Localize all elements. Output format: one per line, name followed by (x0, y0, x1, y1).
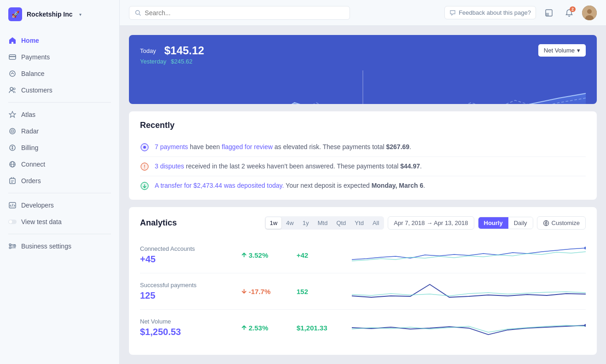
connect-icon (8, 160, 17, 168)
period-tab-1w[interactable]: 1w (266, 217, 282, 229)
feedback-button[interactable]: Feedback about this page? (444, 6, 536, 19)
granularity-daily[interactable]: Daily (508, 217, 533, 229)
customize-icon (543, 220, 549, 226)
svg-point-42 (545, 222, 547, 224)
nav-divider-1 (8, 102, 111, 103)
flagged-payments-link[interactable]: 7 payments (155, 143, 188, 150)
period-tab-ytd[interactable]: Ytd (350, 217, 368, 229)
sidebar-item-atlas[interactable]: Atlas (0, 106, 119, 123)
net-volume-chart (352, 316, 586, 339)
analytics-row-net-volume: Net Volume $1,250.53 2.53% $1,201.33 (140, 310, 586, 346)
transfer-text: A transfer for $2,473.44 was deposited t… (155, 181, 425, 191)
successful-payments-chart (352, 280, 586, 303)
svg-point-17 (9, 220, 12, 224)
period-tab-all[interactable]: All (368, 217, 383, 229)
volume-title-section: Today $145.12 Yesterday $245.62 (140, 44, 204, 65)
disputes-link[interactable]: 3 disputes (155, 162, 184, 170)
chevron-down-icon: ▾ (577, 47, 580, 54)
successful-payments-col: Successful payments 125 (140, 282, 241, 301)
sidebar-billing-label: Billing (21, 144, 38, 151)
sidebar-business-settings-label: Business settings (21, 243, 71, 250)
disputes-icon: ! (140, 162, 149, 171)
granularity-hourly[interactable]: Hourly (478, 217, 508, 229)
sidebar-item-orders[interactable]: Orders (0, 173, 119, 189)
connected-accounts-chart (352, 243, 586, 266)
successful-payments-prev-col: 152 (297, 288, 352, 295)
period-tab-mtd[interactable]: Mtd (314, 217, 332, 229)
period-tab-qtd[interactable]: Qtd (332, 217, 350, 229)
period-tab-1y[interactable]: 1y (298, 217, 313, 229)
svg-rect-1 (9, 56, 16, 57)
company-header[interactable]: 🚀 Rocketship Inc ▾ (0, 0, 119, 29)
net-volume-label: Net Volume (544, 47, 575, 54)
sidebar-item-payments[interactable]: Payments (0, 49, 119, 65)
sidebar-item-view-test-data[interactable]: View test data (0, 214, 119, 230)
svg-text:!: ! (144, 164, 145, 169)
topbar-right: Feedback about this page? 2 (444, 6, 597, 20)
customize-button[interactable]: Customize (537, 216, 586, 230)
volume-header: Today $145.12 Yesterday $245.62 Net Volu… (140, 44, 586, 65)
yesterday-label: Yesterday (140, 58, 166, 65)
sidebar-item-radar[interactable]: Radar (0, 123, 119, 139)
feedback-label: Feedback about this page? (459, 9, 531, 16)
sidebar-item-customers[interactable]: Customers (0, 82, 119, 98)
home-icon (8, 36, 17, 45)
sidebar-item-billing[interactable]: Billing (0, 139, 119, 156)
sidebar-atlas-label: Atlas (21, 111, 35, 118)
net-volume-change: 2.53% (249, 324, 268, 332)
search-input[interactable] (145, 9, 344, 17)
recently-item-flagged: 7 payments have been flagged for review … (140, 138, 586, 157)
sidebar-developers-label: Developers (21, 202, 54, 209)
yesterday-amount: $245.62 (171, 58, 192, 65)
transfer-link[interactable]: A transfer for $2,473.44 was deposited t… (155, 182, 284, 189)
svg-rect-19 (9, 247, 11, 248)
period-tabs: 1w 4w 1y Mtd Qtd Ytd All (265, 216, 385, 230)
date-range-text: Apr 7, 2018 → Apr 13, 2018 (394, 220, 468, 226)
theme-icon (545, 9, 553, 17)
theme-toggle-button[interactable] (542, 6, 556, 20)
billing-icon (8, 144, 17, 152)
search-box[interactable] (129, 6, 350, 20)
analytics-title: Analytics (140, 218, 177, 228)
flagged-review-link[interactable]: flagged for review (222, 143, 273, 150)
recently-item-disputes: ! 3 disputes received in the last 2 week… (140, 157, 586, 176)
connected-accounts-prev: +42 (297, 251, 308, 259)
svg-point-4 (13, 88, 15, 90)
sidebar-home-label: Home (21, 37, 39, 44)
successful-payments-value: 125 (140, 290, 241, 301)
settings-icon (8, 242, 17, 250)
toggle-icon (8, 218, 17, 226)
date-range-button[interactable]: Apr 7, 2018 → Apr 13, 2018 (388, 216, 474, 230)
svg-point-2 (10, 71, 15, 76)
transfer-icon (140, 181, 149, 191)
svg-rect-20 (14, 245, 16, 247)
customers-icon (8, 86, 17, 94)
up-arrow-icon-2 (241, 325, 247, 330)
svg-point-3 (10, 87, 13, 90)
sidebar-radar-label: Radar (21, 127, 39, 135)
volume-chart (140, 70, 586, 104)
net-volume-change-col: 2.53% (241, 324, 297, 332)
analytics-card: Analytics 1w 4w 1y Mtd Qtd Ytd All Apr 7… (129, 207, 597, 355)
net-volume-button[interactable]: Net Volume ▾ (538, 44, 586, 57)
developers-icon (8, 201, 17, 209)
successful-payments-prev: 152 (297, 288, 308, 295)
sidebar-item-connect[interactable]: Connect (0, 156, 119, 173)
svg-rect-18 (9, 244, 11, 245)
sidebar-item-home[interactable]: Home (0, 32, 119, 49)
notifications-button[interactable]: 2 (562, 6, 577, 20)
sidebar-item-developers[interactable]: Developers (0, 197, 119, 214)
sidebar-item-balance[interactable]: Balance (0, 65, 119, 82)
sidebar-item-business-settings[interactable]: Business settings (0, 238, 119, 254)
avatar[interactable] (582, 6, 597, 20)
sidebar-test-data-label: View test data (21, 218, 62, 225)
sidebar-payments-label: Payments (21, 53, 50, 61)
nav-divider-3 (8, 234, 111, 234)
up-arrow-icon (241, 252, 247, 258)
company-logo: 🚀 (8, 7, 22, 21)
period-tab-4w[interactable]: 4w (282, 217, 298, 229)
volume-card: Today $145.12 Yesterday $245.62 Net Volu… (129, 35, 597, 104)
payments-icon (8, 53, 17, 61)
content-area: Today $145.12 Yesterday $245.62 Net Volu… (120, 26, 606, 364)
chevron-down-icon: ▾ (79, 12, 82, 17)
